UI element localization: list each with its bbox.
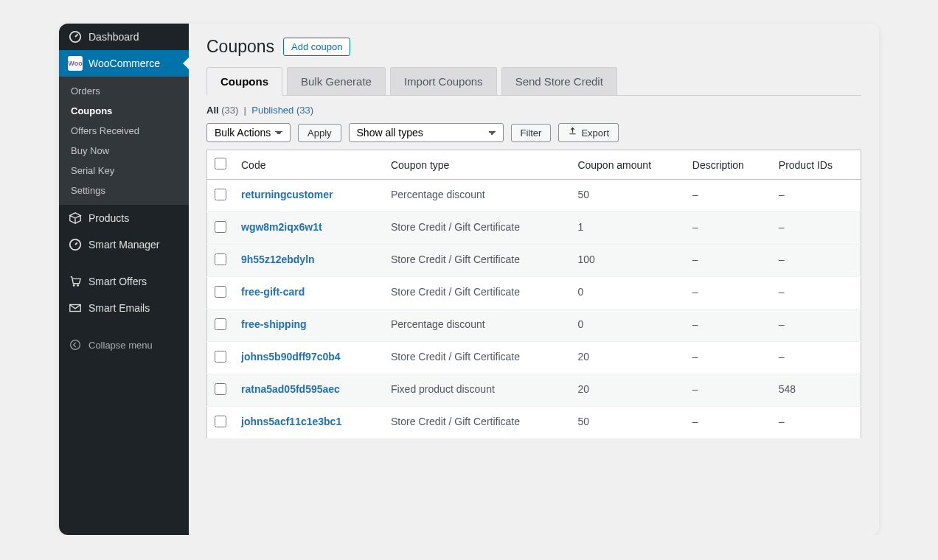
sidebar-sub-coupons[interactable]: Coupons — [59, 101, 189, 121]
filter-button[interactable]: Filter — [511, 124, 552, 142]
row-checkbox[interactable] — [215, 416, 226, 427]
sidebar-item-products[interactable]: Products — [59, 205, 189, 231]
export-button[interactable]: Export — [558, 123, 619, 142]
apply-button[interactable]: Apply — [298, 124, 341, 142]
cell-type: Store Credit / Gift Certificate — [383, 245, 570, 277]
tabs: Coupons Bulk Generate Import Coupons Sen… — [206, 67, 861, 96]
col-description[interactable]: Description — [685, 150, 771, 180]
col-product-ids[interactable]: Product IDs — [771, 150, 861, 180]
cell-product-ids: – — [771, 277, 861, 309]
svg-point-3 — [77, 284, 79, 287]
admin-sidebar: Dashboard Woo WooCommerce Orders Coupons… — [59, 24, 189, 535]
table-row: 9h55z12ebdylnStore Credit / Gift Certifi… — [207, 245, 861, 277]
type-filter-select[interactable]: Show all types — [349, 123, 504, 142]
row-checkbox[interactable] — [215, 221, 226, 233]
sidebar-item-smart-manager[interactable]: Smart Manager — [59, 231, 189, 258]
coupon-code-link[interactable]: free-shipping — [241, 318, 307, 330]
sidebar-sub-serial[interactable]: Serial Key — [59, 161, 189, 181]
sidebar-label: Smart Manager — [88, 239, 159, 251]
filter-separator: | — [244, 105, 246, 116]
cell-description: – — [685, 374, 771, 407]
cell-amount: 20 — [570, 374, 684, 407]
cell-amount: 0 — [570, 277, 684, 309]
tab-bulk-generate[interactable]: Bulk Generate — [287, 67, 386, 95]
cell-product-ids: – — [771, 407, 861, 439]
cell-product-ids: – — [771, 212, 861, 245]
email-icon — [68, 301, 83, 315]
table-row: free-shippingPercentage discount0–– — [207, 309, 861, 342]
app-frame: Dashboard Woo WooCommerce Orders Coupons… — [59, 24, 879, 535]
coupon-code-link[interactable]: johns5b90dff97c0b4 — [241, 351, 341, 363]
col-checkbox — [207, 150, 234, 180]
export-label: Export — [581, 127, 609, 139]
row-checkbox[interactable] — [215, 318, 226, 330]
row-checkbox[interactable] — [215, 253, 226, 265]
cell-description: – — [685, 212, 771, 245]
tab-send-store-credit[interactable]: Send Store Credit — [501, 67, 617, 95]
tab-coupons[interactable]: Coupons — [206, 67, 282, 96]
sidebar-label: Products — [88, 212, 129, 224]
main-content: Coupons Add coupon Coupons Bulk Generate… — [189, 24, 879, 535]
col-type[interactable]: Coupon type — [383, 150, 570, 180]
sidebar-item-woocommerce[interactable]: Woo WooCommerce — [59, 50, 189, 77]
cell-type: Fixed product discount — [383, 374, 570, 407]
filter-all-label[interactable]: All — [206, 105, 219, 116]
row-checkbox[interactable] — [215, 351, 226, 363]
cell-product-ids: – — [771, 342, 861, 374]
cart-icon — [68, 274, 83, 289]
sidebar-label: WooCommerce — [88, 57, 160, 69]
dashboard-icon — [68, 29, 83, 44]
cell-amount: 1 — [570, 212, 684, 245]
cell-product-ids: 548 — [771, 374, 861, 407]
cell-amount: 50 — [570, 407, 684, 439]
sidebar-sub-orders[interactable]: Orders — [59, 81, 189, 101]
cell-type: Percentage discount — [383, 309, 570, 342]
cell-type: Store Credit / Gift Certificate — [383, 277, 570, 309]
gauge-icon — [68, 237, 83, 252]
sidebar-sub-offers[interactable]: Offers Received — [59, 121, 189, 141]
coupon-code-link[interactable]: johns5acf11c1e3bc1 — [241, 416, 341, 427]
cell-amount: 0 — [570, 309, 684, 342]
tab-import-coupons[interactable]: Import Coupons — [390, 67, 497, 95]
row-checkbox[interactable] — [215, 286, 226, 298]
coupon-code-link[interactable]: free-gift-card — [241, 286, 305, 298]
cell-amount: 50 — [570, 180, 684, 212]
sidebar-label: Smart Emails — [88, 302, 150, 314]
table-row: johns5b90dff97c0b4Store Credit / Gift Ce… — [207, 342, 861, 374]
coupon-code-link[interactable]: 9h55z12ebdyln — [241, 253, 315, 265]
add-coupon-button[interactable]: Add coupon — [283, 38, 350, 56]
cell-description: – — [685, 309, 771, 342]
sidebar-item-dashboard[interactable]: Dashboard — [59, 24, 189, 50]
table-row: returningcustomerPercentage discount50–– — [207, 180, 861, 212]
row-checkbox[interactable] — [215, 383, 226, 395]
table-row: wgw8m2iqx6w1tStore Credit / Gift Certifi… — [207, 212, 861, 245]
coupon-code-link[interactable]: returningcustomer — [241, 189, 333, 200]
cell-type: Store Credit / Gift Certificate — [383, 212, 570, 245]
filter-published-link[interactable]: Published (33) — [251, 105, 313, 116]
sidebar-item-smart-offers[interactable]: Smart Offers — [59, 268, 189, 295]
woocommerce-icon: Woo — [68, 56, 83, 71]
col-amount[interactable]: Coupon amount — [570, 150, 684, 180]
table-row: free-gift-cardStore Credit / Gift Certif… — [207, 277, 861, 309]
sidebar-sub-settings[interactable]: Settings — [59, 181, 189, 200]
products-icon — [68, 211, 83, 225]
cell-amount: 20 — [570, 342, 684, 374]
collapse-icon — [68, 337, 83, 352]
sidebar-label: Dashboard — [88, 31, 139, 43]
cell-type: Store Credit / Gift Certificate — [383, 407, 570, 439]
collapse-menu[interactable]: Collapse menu — [59, 330, 189, 360]
table-row: ratna5ad05fd595aecFixed product discount… — [207, 374, 861, 407]
bulk-actions-select[interactable]: Bulk Actions — [206, 123, 291, 142]
coupon-code-link[interactable]: ratna5ad05fd595aec — [241, 383, 340, 395]
sidebar-item-smart-emails[interactable]: Smart Emails — [59, 295, 189, 321]
cell-description: – — [685, 407, 771, 439]
cell-amount: 100 — [570, 245, 684, 277]
cell-product-ids: – — [771, 309, 861, 342]
row-checkbox[interactable] — [215, 189, 226, 200]
sidebar-sub-buynow[interactable]: Buy Now — [59, 141, 189, 161]
sidebar-submenu: Orders Coupons Offers Received Buy Now S… — [59, 77, 189, 205]
coupon-code-link[interactable]: wgw8m2iqx6w1t — [241, 221, 322, 233]
cell-product-ids: – — [771, 180, 861, 212]
col-code[interactable]: Code — [234, 150, 383, 180]
select-all-checkbox[interactable] — [215, 158, 226, 169]
